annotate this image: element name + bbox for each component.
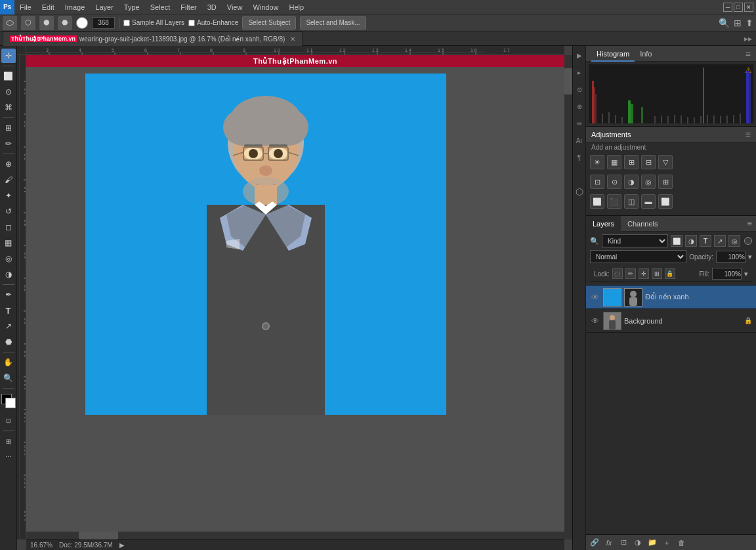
lasso-tool[interactable]: ⊙ xyxy=(1,85,16,99)
adjust-filter-btn[interactable]: ◑ xyxy=(685,235,697,247)
healing-brush-tool[interactable]: ⊕ xyxy=(1,157,16,171)
shape-tool[interactable]: ⬣ xyxy=(1,335,16,349)
select-subject-button[interactable]: Select Subject xyxy=(242,16,296,30)
smartobj-filter-btn[interactable]: ◎ xyxy=(728,235,740,247)
canvas-content[interactable]: ThủThuậtPhanMem.vn xyxy=(26,55,564,539)
shape-filter-btn[interactable]: ↗ xyxy=(714,235,726,247)
hue-sat-adj[interactable]: ⊡ xyxy=(590,175,604,189)
eraser-tool[interactable]: ◻ xyxy=(1,220,16,234)
brush-option-1[interactable]: ⬡ xyxy=(21,16,35,30)
menu-image[interactable]: Image xyxy=(60,0,91,14)
histogram-tab[interactable]: Histogram xyxy=(591,46,635,62)
exposure-adj[interactable]: ⊟ xyxy=(641,155,656,169)
status-arrow[interactable]: ▶ xyxy=(119,541,125,549)
panel-toggle-2[interactable]: ▸ xyxy=(573,66,586,79)
color-balance-adj[interactable]: ⊙ xyxy=(607,175,621,189)
text-tool[interactable]: T xyxy=(1,303,16,318)
layer-item-2[interactable]: 👁 Background 🔒 xyxy=(586,309,756,333)
tabs-menu-icon[interactable]: ▸▸ xyxy=(744,34,752,43)
layer-adj-btn[interactable]: ◑ xyxy=(632,537,644,549)
panel-icon-1[interactable]: ⊙ xyxy=(573,83,586,96)
menu-edit[interactable]: Edit xyxy=(37,0,60,14)
layer-mask-btn[interactable]: ⊡ xyxy=(618,537,629,549)
fill-input[interactable] xyxy=(712,268,742,280)
tab-close-button[interactable]: ✕ xyxy=(290,35,295,43)
layer-link-icon[interactable]: 🔗 xyxy=(589,537,600,549)
filter-toggle[interactable] xyxy=(744,237,752,245)
close-button[interactable]: ✕ xyxy=(744,3,753,12)
blend-mode-select[interactable]: Normal xyxy=(590,250,686,263)
channels-tab[interactable]: Channels xyxy=(621,216,664,232)
posterize-adj[interactable]: ⬛ xyxy=(607,194,621,209)
lock-all-btn[interactable]: 🔒 xyxy=(665,268,675,279)
document-tab[interactable]: ThủThuậtPhanMem.vn wearing-gray-suit-jac… xyxy=(3,32,303,46)
hand-tool[interactable]: ✋ xyxy=(1,355,16,370)
brightness-contrast-adj[interactable]: ☀ xyxy=(590,155,604,169)
layer-2-visibility[interactable]: 👁 xyxy=(590,316,600,326)
layer-1-visibility[interactable]: 👁 xyxy=(590,292,600,303)
layer-delete-btn[interactable]: 🗑 xyxy=(675,537,687,549)
minimize-button[interactable]: ─ xyxy=(723,3,732,12)
menu-type[interactable]: Type xyxy=(119,0,145,14)
menu-help[interactable]: Help xyxy=(284,0,310,14)
fill-arrow[interactable]: ▾ xyxy=(744,270,748,278)
kind-select[interactable]: Kind xyxy=(602,234,668,247)
threshold-adj[interactable]: ◫ xyxy=(624,194,639,209)
dodge-tool[interactable]: ◑ xyxy=(1,267,16,282)
crop-tool[interactable]: ⊞ xyxy=(1,121,16,135)
quick-mask-mode[interactable]: ⊡ xyxy=(1,413,16,428)
channel-mixer-adj[interactable]: ⊞ xyxy=(658,175,673,189)
clone-stamp-tool[interactable]: ✦ xyxy=(1,188,16,203)
path-selection-tool[interactable]: ↗ xyxy=(1,319,16,333)
brush-size-input[interactable] xyxy=(92,17,115,29)
panel-toggle-1[interactable]: ▶ xyxy=(573,49,586,62)
black-white-adj[interactable]: ◑ xyxy=(624,175,639,189)
lock-transparent-btn[interactable]: ⬚ xyxy=(612,268,623,279)
type-filter-btn[interactable]: T xyxy=(700,235,711,247)
menu-filter[interactable]: Filter xyxy=(175,0,201,14)
more-tools[interactable]: ⋯ xyxy=(1,450,16,464)
invert-adj[interactable]: ⬜ xyxy=(590,194,604,209)
select-and-mask-button[interactable]: Select and Mask... xyxy=(300,16,366,30)
zoom-tool[interactable]: 🔍 xyxy=(1,371,16,385)
horizontal-scrollbar[interactable] xyxy=(26,532,564,539)
info-tab[interactable]: Info xyxy=(635,46,657,62)
opacity-input[interactable] xyxy=(716,251,746,263)
menu-window[interactable]: Window xyxy=(247,0,284,14)
maximize-button[interactable]: □ xyxy=(734,3,743,12)
panel-icon-5[interactable]: ¶ xyxy=(573,151,586,164)
brush-option-3[interactable]: ⬣ xyxy=(58,16,72,30)
screen-mode[interactable]: ⊞ xyxy=(1,434,16,448)
marquee-tool[interactable]: ⬜ xyxy=(1,69,16,83)
histogram-panel-menu[interactable]: ≡ xyxy=(746,49,751,59)
adjustments-panel-menu[interactable]: ≡ xyxy=(746,129,751,140)
scrollbar-thumb-v[interactable] xyxy=(564,68,572,95)
menu-3d[interactable]: 3D xyxy=(202,0,222,14)
share-icon[interactable]: ⬆ xyxy=(746,18,753,28)
panel-icon-4[interactable]: Aı xyxy=(573,134,586,147)
lock-artboard-btn[interactable]: ⊞ xyxy=(652,268,662,279)
pixel-filter-btn[interactable]: ⬜ xyxy=(671,235,682,247)
menu-file[interactable]: File xyxy=(14,0,37,14)
vibrance-adj[interactable]: ▽ xyxy=(658,155,673,169)
panel-icon-3[interactable]: ✏ xyxy=(573,117,586,130)
menu-select[interactable]: Select xyxy=(145,0,176,14)
panel-icon-2[interactable]: ⊕ xyxy=(573,100,586,113)
vertical-scrollbar[interactable] xyxy=(564,55,572,539)
gradient-map-adj[interactable]: ▬ xyxy=(641,194,656,209)
layers-panel-menu[interactable]: ≡ xyxy=(743,216,756,231)
lock-position-btn[interactable]: ✛ xyxy=(639,268,649,279)
magic-wand-tool[interactable]: ⌘ xyxy=(1,100,16,115)
brush-tool[interactable]: 🖌 xyxy=(1,173,16,187)
pen-tool[interactable]: ✒ xyxy=(1,287,16,302)
layer-group-btn[interactable]: 📁 xyxy=(646,537,658,549)
history-brush-tool[interactable]: ↺ xyxy=(1,204,16,219)
photo-filter-adj[interactable]: ◎ xyxy=(641,175,656,189)
layer-item-1[interactable]: 👁 Đổi nền xanh xyxy=(586,286,756,309)
menu-view[interactable]: View xyxy=(222,0,248,14)
panel-icon-6[interactable]: ⬡ xyxy=(573,185,586,198)
opacity-arrow[interactable]: ▾ xyxy=(748,253,752,261)
move-tool[interactable]: ✛ xyxy=(1,49,16,63)
eyedropper-tool[interactable]: ✏ xyxy=(1,137,16,151)
levels-adj[interactable]: ▦ xyxy=(607,155,621,169)
